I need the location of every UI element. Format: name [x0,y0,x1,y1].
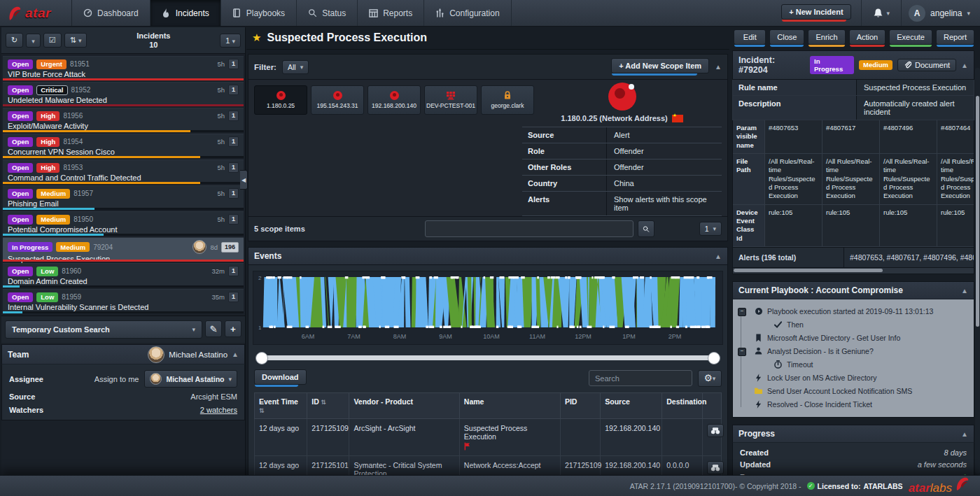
event-row[interactable]: 12 days ago217125109ArcSight - ArcSightS… [255,419,722,456]
incident-list-item[interactable]: OpenLow8196032m1Domain Admin Created [3,263,244,288]
incident-list-item[interactable]: OpenMedium819575h1Phishing Email [3,185,244,210]
document-button[interactable]: Document [897,59,956,71]
playbook-step[interactable]: Timeout [737,357,969,371]
assign-to-me-link[interactable]: Assign to me [94,375,139,383]
playbook-collapse-icon[interactable]: ▲ [961,287,968,295]
detail-value[interactable]: Show alerts with this scope item [607,192,722,215]
incident-list-item[interactable]: OpenHigh819535h1Command and Control Traf… [3,160,244,184]
nav-item-reports[interactable]: Reports [358,0,424,26]
scope-page-select[interactable]: 1▾ [699,222,722,236]
playbook-tree: −Playbook execution started at 2019-09-1… [732,299,974,418]
incident-list-item[interactable]: In ProgressMedium792048d196Suspected Pro… [3,237,244,262]
tree-collapse-icon[interactable]: − [738,348,746,356]
scope-item-card[interactable]: 192.168.200.140 [368,85,421,115]
column-header-pid[interactable]: PID [560,393,600,419]
slider-track[interactable] [257,355,719,360]
download-button[interactable]: Download [254,369,307,385]
playbook-step[interactable]: Lock User on MS Active Directory [737,371,969,384]
incident-list-item[interactable]: OpenLow8195935m1Internal Vulnerability S… [3,289,244,313]
edit-search-button[interactable]: ✎ [205,320,222,337]
column-header-source[interactable]: Source [601,393,662,419]
folder-icon [754,387,763,395]
column-header-destination[interactable]: Destination [662,393,703,419]
nav-item-incidents[interactable]: Incidents [150,0,221,26]
assignee-select[interactable]: Michael Astatino▾ [144,370,237,388]
scope-item-card[interactable]: DEV-PCTEST-001 [424,85,477,115]
scope-item-card[interactable]: 195.154.243.31 [311,85,364,115]
incident-collapse-icon[interactable]: ▲ [961,62,968,69]
inspect-event-button[interactable] [707,461,724,474]
action-button-action[interactable]: Action [849,29,886,45]
sort-button[interactable]: ⇅ ▾ [64,33,88,48]
select-all-button[interactable]: ☑ [43,33,62,48]
playbook-step[interactable]: Microsoft Active Directory - Get User In… [737,331,969,344]
params-horizontal-scrollbar[interactable] [732,268,974,274]
incident-list-item[interactable]: OpenUrgent819515h1VIP Brute Force Attack [3,56,244,80]
notifications-button[interactable]: ▾ [862,8,902,19]
new-incident-button[interactable]: + New Incident [781,4,850,20]
add-search-button[interactable]: + [225,320,241,337]
column-header-vendor-product[interactable]: Vendor - Product [349,393,459,419]
scope-item-card[interactable]: 1.180.0.25 [254,85,307,115]
param-value: /All Rules/Real-time Rules/Suspected Pro… [765,154,822,205]
sort-icon[interactable]: ⇅ [319,399,326,406]
incident-id: 81957 [74,190,93,197]
incident-list-item[interactable]: OpenMedium819505h1Potential Compromised … [3,211,244,236]
inspect-event-button[interactable] [707,424,724,437]
nav-item-configuration[interactable]: Configuration [424,0,511,26]
tree-collapse-icon[interactable]: − [738,308,746,316]
slider-handle-end[interactable] [708,352,720,364]
watchers-link[interactable]: 2 watchers [200,406,237,414]
refresh-button[interactable]: ↻ [6,33,23,48]
team-collapse-icon[interactable]: ▲ [232,350,239,358]
action-button-enrich[interactable]: Enrich [808,29,845,45]
user-menu[interactable]: A angelina ▾ [902,5,980,22]
playbook-step[interactable]: Then [737,318,969,331]
scope-footer: 5 scope items 1▾ [248,216,727,241]
events-search-input[interactable] [589,370,692,386]
filter-select[interactable]: All▾ [282,60,309,74]
action-report: Report [936,29,974,47]
playbook-step[interactable]: −Analyst Decision - Is it Geniune? [737,344,969,357]
incident-list-item[interactable]: OpenHigh819565h1Exploit/Malware Activity [3,108,244,132]
scope-collapse-icon[interactable]: ▲ [715,63,722,71]
scope-search-button[interactable] [638,220,654,237]
add-scope-item-button[interactable]: + Add New Scope Item [611,58,709,73]
page-select[interactable]: 1 ▾ [220,34,241,48]
progress-header[interactable]: Progress ▲ [732,425,974,443]
nav-item-dashboard[interactable]: Dashboard [72,0,150,26]
progress-collapse-icon[interactable]: ▲ [961,430,968,438]
nav-item-status[interactable]: Status [297,0,358,26]
scope-search-input[interactable] [425,220,634,237]
action-button-execute[interactable]: Execute [889,29,932,45]
events-collapse-icon[interactable]: ▲ [715,253,722,260]
events-toolbar: Download ⚙ ▾ [248,364,727,391]
favorite-star-icon[interactable]: ★ [252,31,261,44]
slider-handle-start[interactable] [255,352,268,364]
panel-vertical-scrollbar[interactable] [975,68,980,474]
sidebar-title: Incidents10 [90,31,217,49]
action-button-report[interactable]: Report [936,29,974,45]
events-header[interactable]: Events ▲ [248,248,727,265]
sla-progress-bar [3,311,244,313]
nav-item-playbooks[interactable]: Playbooks [221,0,297,26]
team-header[interactable]: Team Michael Astatino ▲ [1,344,245,364]
table-settings-button[interactable]: ⚙ ▾ [698,370,722,387]
refresh-options-button[interactable]: ▾ [26,34,41,48]
playbook-step[interactable]: Send User Account Locked Notification SM… [737,384,969,397]
sort-icon[interactable]: ⇅ [259,407,265,414]
incident-list-item[interactable]: OpenHigh819545h1Concurrent VPN Session C… [3,134,244,158]
column-header-event-time[interactable]: Event Time ⇅ [255,393,307,419]
column-header-name[interactable]: Name [459,393,560,419]
playbook-step[interactable]: Resolved - Close Incident Ticket [737,397,969,411]
playbook-header[interactable]: Current Playbook : Account Compromise ▲ [732,281,974,299]
incident-list-item[interactable]: OpenCritical819525h1Undeleted Malware De… [3,82,244,106]
column-header-id[interactable]: ID ⇅ [307,393,349,419]
events-timeline-chart[interactable]: 216AM7AM8AM9AM10AM11AM12PM1PM2PM [253,271,723,345]
playbook-step[interactable]: −Playbook execution started at 2019-09-1… [737,304,969,318]
app-logo[interactable]: atar [0,0,72,26]
action-button-edit[interactable]: Edit [734,29,766,45]
action-button-close[interactable]: Close [769,29,804,45]
incident-age: 32m [212,267,225,275]
saved-search-select[interactable]: Temporary Custom Search▾ [5,320,202,339]
